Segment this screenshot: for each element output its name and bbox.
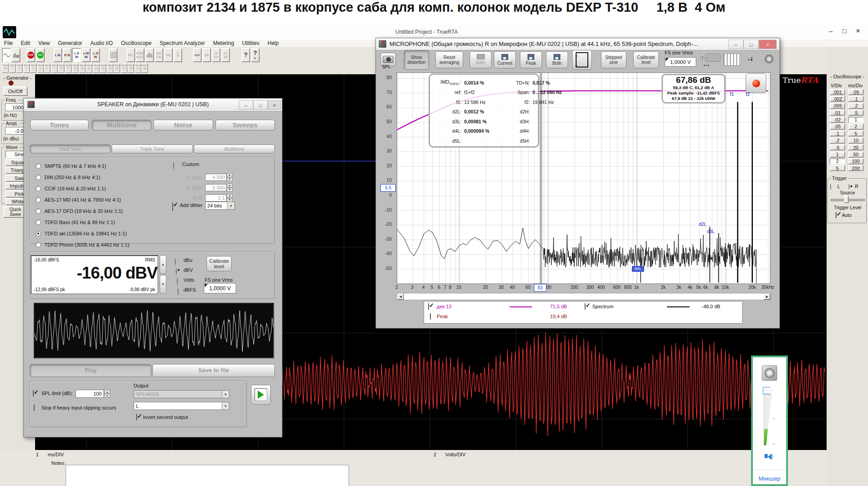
add-dither-checkbox[interactable] xyxy=(172,202,173,211)
preset-radio[interactable] xyxy=(36,186,41,191)
tab-multitone[interactable]: Multitone xyxy=(92,120,152,130)
mem-button[interactable]: Mem11 xyxy=(79,63,85,73)
preset-radio-row[interactable]: CCIF (19 kHz & 20 kHz 1:1) xyxy=(33,183,129,194)
input-lr-button[interactable]: L R IN xyxy=(72,48,81,62)
preset-radio[interactable] xyxy=(36,175,41,180)
stepped-sine-button[interactable]: Stepped sine xyxy=(601,51,626,68)
custom-field-spinner[interactable]: ▲▼ xyxy=(227,173,233,181)
msdiv-button[interactable]: .05 xyxy=(848,89,864,95)
mem-button[interactable]: Mem20 xyxy=(142,63,148,73)
msdiv-button[interactable]: 20 xyxy=(848,144,864,150)
custom-field-spinner[interactable]: ▲▼ xyxy=(227,184,233,192)
menu-item[interactable]: Spectrum Analyzer xyxy=(156,40,209,46)
legend-dec13-checkbox[interactable] xyxy=(428,303,429,310)
xbar-button[interactable]: x xyxy=(174,48,182,62)
tab-noise[interactable]: Noise xyxy=(153,120,213,130)
trigger-level-slider-handle[interactable] xyxy=(844,196,849,203)
preset-radio[interactable] xyxy=(36,231,41,236)
mem-button[interactable]: Mem15 xyxy=(107,63,113,73)
mixer-link[interactable]: Микшер xyxy=(753,475,786,482)
rel-button[interactable]: REL xyxy=(126,48,135,62)
vdiv-button[interactable]: 1 xyxy=(830,152,845,158)
grid-tool-icon[interactable] xyxy=(109,48,117,62)
menu-item[interactable]: Oscilloscope xyxy=(117,40,156,46)
spl-limit-spinner[interactable]: ▲▼ xyxy=(104,390,110,398)
vdiv-button[interactable]: .5 xyxy=(830,144,845,150)
loopback-icon[interactable]: →→ xyxy=(572,50,592,70)
save-both-button[interactable]: Both xyxy=(546,51,568,68)
menu-item[interactable]: View xyxy=(34,40,54,46)
menu-item[interactable]: Help xyxy=(264,40,283,46)
unit-volts-radio[interactable] xyxy=(177,277,178,286)
subtab-dual-tone[interactable]: Dual Tone xyxy=(30,144,111,153)
mem-button[interactable]: Mem8 xyxy=(58,63,64,73)
mem-button[interactable]: Mem1 xyxy=(9,63,16,73)
gear-icon[interactable] xyxy=(765,54,774,63)
vdiv-button[interactable]: .02 xyxy=(830,117,845,123)
trigger-r-radio[interactable] xyxy=(849,184,850,190)
level-down-button[interactable]: ▼ xyxy=(160,275,166,294)
reset-averaging-button[interactable]: Reset averaging xyxy=(435,51,463,68)
sine-tool-icon[interactable] xyxy=(2,48,11,62)
custom-field-input[interactable]: 1:1 xyxy=(205,194,227,202)
input-l-button[interactable]: L IN xyxy=(54,48,62,62)
scroll-right-icon[interactable]: ► xyxy=(764,293,770,300)
minimize-icon[interactable]: – xyxy=(829,27,832,35)
peak-hold-button[interactable]: PEAK HOLD xyxy=(136,48,144,62)
averaging-widget[interactable]: ▲▼ xyxy=(701,54,720,62)
tab-sweeps[interactable]: Sweeps xyxy=(215,120,275,130)
ampl-input[interactable]: -2.0 xyxy=(5,127,25,135)
spl-button[interactable]: SPL xyxy=(164,48,173,62)
stop-clipping-checkbox[interactable] xyxy=(34,405,35,411)
save-current-button[interactable]: Current xyxy=(494,51,516,68)
cf-vv-button[interactable]: CF V/V xyxy=(212,48,220,62)
input-lminusr-button[interactable]: L–R IN xyxy=(91,48,100,62)
cf-db-button[interactable]: CF dB xyxy=(221,48,230,62)
trigger-l-radio[interactable] xyxy=(830,184,831,190)
db-button[interactable]: dB xyxy=(202,48,211,62)
legend-spectrum-checkbox[interactable] xyxy=(585,303,586,310)
msdiv-button[interactable]: .2 xyxy=(848,103,864,109)
go-button[interactable]: GO xyxy=(36,48,45,62)
input-lplusr-button[interactable]: L+R IN xyxy=(82,48,90,62)
output-device-dropdown[interactable]: SPEAKER▼ xyxy=(134,390,229,398)
close-icon[interactable]: × xyxy=(268,100,281,110)
menu-item[interactable]: Edit xyxy=(17,40,34,46)
mem-button[interactable]: Mem9 xyxy=(65,63,72,73)
spectrum-tool-icon[interactable] xyxy=(12,48,20,62)
input-r-button[interactable]: R IN xyxy=(63,48,72,62)
calibrate-level-button[interactable]: Calibrate level xyxy=(633,51,659,68)
preset-radio-row[interactable]: SMPTE (60 Hz & 7 kHz 4:1) xyxy=(33,160,129,171)
stop-button[interactable]: STOP xyxy=(27,48,35,62)
preset-radio-row[interactable]: TDFD Phono (3005 Hz & 4462 Hz 1:1) xyxy=(33,239,129,250)
level-up-button[interactable]: ▲ xyxy=(160,255,166,274)
mem-button[interactable]: Mem14 xyxy=(100,63,106,73)
custom-field-input[interactable]: 4 000 xyxy=(205,174,227,181)
output-channel-dropdown[interactable]: L▼ xyxy=(134,402,229,410)
preset-radio-row[interactable]: AES-17 MD (41 Hz & 7993 Hz 4:1) xyxy=(33,194,129,205)
preset-radio-row[interactable]: AES-17 DFD (18 kHz & 20 kHz 1:1) xyxy=(33,205,129,216)
mem-button[interactable]: Mem6 xyxy=(44,63,50,73)
speaker-dialog-title-bar[interactable]: SPEAKER on Динамики (E-MU 0202 | USB) – … xyxy=(24,99,282,112)
nudge-icons[interactable]: ◂ ▪ ▸ xyxy=(703,63,709,67)
mv-button[interactable]: mV xyxy=(193,48,201,62)
mem-button[interactable]: MemW xyxy=(2,63,9,73)
mem-button[interactable]: Mem19 xyxy=(135,63,141,73)
chevron-down-icon[interactable]: ▼ xyxy=(222,391,229,398)
invert-output-checkbox[interactable] xyxy=(136,414,137,420)
unit-dbv-radio[interactable] xyxy=(176,267,177,276)
close-icon[interactable]: × xyxy=(759,40,777,49)
vdiv-button[interactable]: .002 xyxy=(830,96,845,102)
mem-button[interactable]: Mem17 xyxy=(121,63,127,73)
preset-radio[interactable] xyxy=(36,220,41,225)
preset-radio-row[interactable]: DIN (250 Hz & 8 kHz 4:1) xyxy=(33,171,129,183)
minimize-icon[interactable]: – xyxy=(728,40,743,49)
custom-field-spinner[interactable]: ▲▼ xyxy=(227,194,233,202)
close-icon[interactable]: × xyxy=(856,27,860,35)
help-button[interactable]: ? xyxy=(242,48,250,62)
msdiv-button[interactable]: 2 xyxy=(848,124,864,130)
pan-arrows-icon[interactable]: ↔↕ xyxy=(744,54,761,65)
chevron-down-icon[interactable]: ▼ xyxy=(227,202,234,209)
bands-icon[interactable] xyxy=(723,54,741,66)
freq-input[interactable]: 1000 xyxy=(5,104,25,111)
